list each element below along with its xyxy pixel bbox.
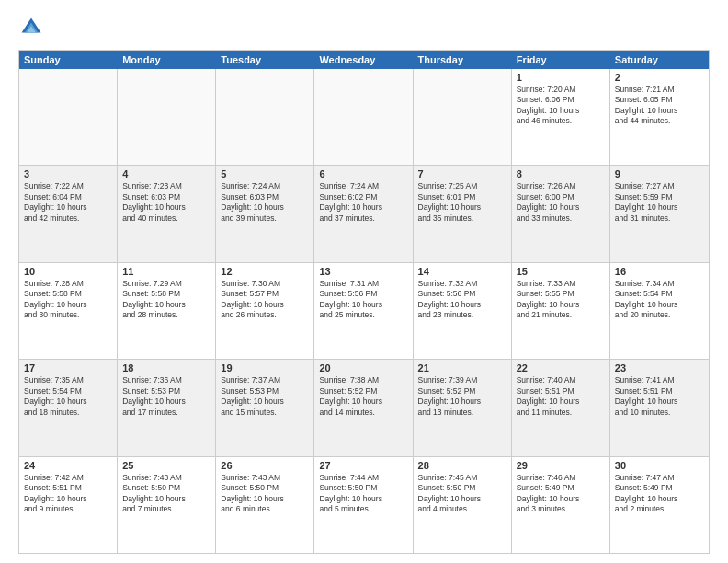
- day-info: Sunrise: 7:32 AM Sunset: 5:56 PM Dayligh…: [418, 279, 506, 321]
- day-number: 5: [221, 168, 309, 179]
- day-info: Sunrise: 7:44 AM Sunset: 5:50 PM Dayligh…: [319, 473, 407, 515]
- calendar-cell: 24Sunrise: 7:42 AM Sunset: 5:51 PM Dayli…: [19, 457, 118, 553]
- calendar-cell: 13Sunrise: 7:31 AM Sunset: 5:56 PM Dayli…: [314, 263, 413, 359]
- day-info: Sunrise: 7:40 AM Sunset: 5:51 PM Dayligh…: [517, 375, 605, 418]
- day-number: 1: [517, 72, 605, 83]
- header-day-wednesday: Wednesday: [314, 51, 413, 69]
- calendar-cell: [414, 69, 512, 165]
- calendar-cell: 25Sunrise: 7:43 AM Sunset: 5:50 PM Dayli…: [118, 457, 216, 553]
- calendar-row-1: 3Sunrise: 7:22 AM Sunset: 6:04 PM Daylig…: [19, 166, 709, 262]
- day-number: 22: [517, 362, 605, 373]
- day-info: Sunrise: 7:26 AM Sunset: 6:00 PM Dayligh…: [517, 181, 605, 224]
- logo-icon: [18, 15, 44, 40]
- day-number: 10: [24, 266, 112, 277]
- calendar-cell: 3Sunrise: 7:22 AM Sunset: 6:04 PM Daylig…: [19, 166, 118, 261]
- calendar-cell: 18Sunrise: 7:36 AM Sunset: 5:53 PM Dayli…: [118, 360, 216, 455]
- day-info: Sunrise: 7:39 AM Sunset: 5:52 PM Dayligh…: [418, 375, 506, 418]
- day-info: Sunrise: 7:43 AM Sunset: 5:50 PM Dayligh…: [122, 473, 210, 515]
- day-number: 16: [615, 266, 704, 277]
- calendar-row-4: 24Sunrise: 7:42 AM Sunset: 5:51 PM Dayli…: [19, 457, 709, 553]
- day-number: 26: [221, 460, 309, 471]
- day-info: Sunrise: 7:22 AM Sunset: 6:04 PM Dayligh…: [24, 181, 112, 224]
- day-info: Sunrise: 7:37 AM Sunset: 5:53 PM Dayligh…: [221, 375, 309, 418]
- day-info: Sunrise: 7:20 AM Sunset: 6:06 PM Dayligh…: [517, 85, 605, 127]
- day-info: Sunrise: 7:36 AM Sunset: 5:53 PM Dayligh…: [122, 375, 210, 418]
- day-number: 14: [418, 266, 506, 277]
- day-number: 17: [24, 362, 112, 373]
- calendar-cell: 26Sunrise: 7:43 AM Sunset: 5:50 PM Dayli…: [216, 457, 314, 553]
- day-info: Sunrise: 7:31 AM Sunset: 5:56 PM Dayligh…: [319, 279, 407, 321]
- day-number: 3: [24, 168, 112, 179]
- day-info: Sunrise: 7:24 AM Sunset: 6:03 PM Dayligh…: [221, 181, 309, 224]
- day-number: 23: [615, 362, 704, 373]
- calendar-cell: 6Sunrise: 7:24 AM Sunset: 6:02 PM Daylig…: [314, 166, 413, 261]
- day-number: 25: [122, 460, 210, 471]
- calendar-cell: 12Sunrise: 7:30 AM Sunset: 5:57 PM Dayli…: [216, 263, 314, 359]
- day-number: 18: [122, 362, 210, 373]
- day-info: Sunrise: 7:24 AM Sunset: 6:02 PM Dayligh…: [319, 181, 407, 224]
- day-info: Sunrise: 7:29 AM Sunset: 5:58 PM Dayligh…: [122, 279, 210, 321]
- day-number: 4: [122, 168, 210, 179]
- calendar-row-3: 17Sunrise: 7:35 AM Sunset: 5:54 PM Dayli…: [19, 360, 709, 456]
- calendar-cell: 7Sunrise: 7:25 AM Sunset: 6:01 PM Daylig…: [414, 166, 512, 261]
- day-info: Sunrise: 7:45 AM Sunset: 5:50 PM Dayligh…: [418, 473, 506, 515]
- logo: [18, 15, 48, 40]
- day-number: 21: [418, 362, 506, 373]
- day-info: Sunrise: 7:23 AM Sunset: 6:03 PM Dayligh…: [122, 181, 210, 224]
- calendar-body: 1Sunrise: 7:20 AM Sunset: 6:06 PM Daylig…: [19, 69, 709, 553]
- day-info: Sunrise: 7:25 AM Sunset: 6:01 PM Dayligh…: [418, 181, 506, 224]
- day-number: 27: [319, 460, 407, 471]
- day-info: Sunrise: 7:42 AM Sunset: 5:51 PM Dayligh…: [24, 473, 112, 515]
- day-info: Sunrise: 7:35 AM Sunset: 5:54 PM Dayligh…: [24, 375, 112, 418]
- calendar-cell: 11Sunrise: 7:29 AM Sunset: 5:58 PM Dayli…: [118, 263, 216, 359]
- page: SundayMondayTuesdayWednesdayThursdayFrid…: [0, 0, 728, 563]
- calendar: SundayMondayTuesdayWednesdayThursdayFrid…: [18, 50, 710, 554]
- day-info: Sunrise: 7:47 AM Sunset: 5:49 PM Dayligh…: [615, 473, 704, 515]
- day-info: Sunrise: 7:34 AM Sunset: 5:54 PM Dayligh…: [615, 279, 704, 321]
- day-number: 24: [24, 460, 112, 471]
- day-number: 29: [517, 460, 605, 471]
- day-number: 30: [615, 460, 704, 471]
- day-info: Sunrise: 7:38 AM Sunset: 5:52 PM Dayligh…: [319, 375, 407, 418]
- calendar-header: SundayMondayTuesdayWednesdayThursdayFrid…: [19, 51, 709, 69]
- calendar-cell: 29Sunrise: 7:46 AM Sunset: 5:49 PM Dayli…: [512, 457, 610, 553]
- calendar-cell: [216, 69, 314, 165]
- day-number: 7: [418, 168, 506, 179]
- calendar-cell: [314, 69, 413, 165]
- day-info: Sunrise: 7:33 AM Sunset: 5:55 PM Dayligh…: [517, 279, 605, 321]
- calendar-cell: 21Sunrise: 7:39 AM Sunset: 5:52 PM Dayli…: [414, 360, 512, 455]
- day-info: Sunrise: 7:30 AM Sunset: 5:57 PM Dayligh…: [221, 279, 309, 321]
- calendar-row-2: 10Sunrise: 7:28 AM Sunset: 5:58 PM Dayli…: [19, 263, 709, 360]
- calendar-cell: 22Sunrise: 7:40 AM Sunset: 5:51 PM Dayli…: [512, 360, 610, 455]
- calendar-cell: 4Sunrise: 7:23 AM Sunset: 6:03 PM Daylig…: [118, 166, 216, 261]
- calendar-cell: 27Sunrise: 7:44 AM Sunset: 5:50 PM Dayli…: [314, 457, 413, 553]
- calendar-cell: 2Sunrise: 7:21 AM Sunset: 6:05 PM Daylig…: [610, 69, 709, 165]
- calendar-cell: 28Sunrise: 7:45 AM Sunset: 5:50 PM Dayli…: [414, 457, 512, 553]
- day-info: Sunrise: 7:28 AM Sunset: 5:58 PM Dayligh…: [24, 279, 112, 321]
- day-number: 15: [517, 266, 605, 277]
- calendar-cell: 5Sunrise: 7:24 AM Sunset: 6:03 PM Daylig…: [216, 166, 314, 261]
- calendar-cell: 1Sunrise: 7:20 AM Sunset: 6:06 PM Daylig…: [512, 69, 610, 165]
- day-number: 13: [319, 266, 407, 277]
- calendar-cell: [19, 69, 118, 165]
- day-number: 2: [615, 72, 704, 83]
- calendar-cell: 15Sunrise: 7:33 AM Sunset: 5:55 PM Dayli…: [512, 263, 610, 359]
- calendar-cell: 19Sunrise: 7:37 AM Sunset: 5:53 PM Dayli…: [216, 360, 314, 455]
- header-day-thursday: Thursday: [414, 51, 512, 69]
- header-day-sunday: Sunday: [19, 51, 118, 69]
- calendar-cell: 10Sunrise: 7:28 AM Sunset: 5:58 PM Dayli…: [19, 263, 118, 359]
- calendar-cell: 9Sunrise: 7:27 AM Sunset: 5:59 PM Daylig…: [610, 166, 709, 261]
- day-info: Sunrise: 7:43 AM Sunset: 5:50 PM Dayligh…: [221, 473, 309, 515]
- calendar-cell: 30Sunrise: 7:47 AM Sunset: 5:49 PM Dayli…: [610, 457, 709, 553]
- day-number: 8: [517, 168, 605, 179]
- calendar-cell: [118, 69, 216, 165]
- day-number: 11: [122, 266, 210, 277]
- day-info: Sunrise: 7:27 AM Sunset: 5:59 PM Dayligh…: [615, 181, 704, 224]
- header-day-friday: Friday: [512, 51, 610, 69]
- day-number: 12: [221, 266, 309, 277]
- calendar-cell: 23Sunrise: 7:41 AM Sunset: 5:51 PM Dayli…: [610, 360, 709, 455]
- header-day-saturday: Saturday: [610, 51, 709, 69]
- day-info: Sunrise: 7:46 AM Sunset: 5:49 PM Dayligh…: [517, 473, 605, 515]
- header-day-monday: Monday: [118, 51, 216, 69]
- day-number: 9: [615, 168, 704, 179]
